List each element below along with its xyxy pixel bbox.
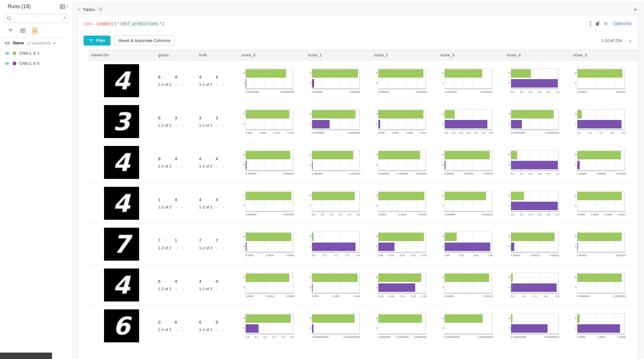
score-histogram[interactable]: 010.0000000.000030 — [238, 191, 305, 216]
row-prev-chevron-icon[interactable]: ‹ — [217, 328, 218, 332]
score-histogram[interactable]: 010.00000.00040.00080.0012 — [570, 191, 636, 216]
row-prev-chevron-icon[interactable]: ‹ — [217, 287, 218, 291]
row-prev-chevron-icon[interactable]: ‹ — [217, 124, 218, 127]
row-prev-chevron-icon[interactable]: ‹ — [217, 165, 218, 168]
row-next-chevron-icon[interactable]: › — [181, 287, 183, 291]
score-histogram[interactable]: 010.000000.000100.00020 — [504, 232, 570, 257]
row-prev-chevron-icon[interactable]: ‹ — [217, 246, 218, 250]
row-next-chevron-icon[interactable]: › — [181, 124, 183, 127]
score-histogram[interactable]: 010.00000.00100.0020 — [371, 191, 437, 216]
score-histogram[interactable]: 010.000000000.00000008 — [238, 68, 305, 93]
row-next-chevron-icon[interactable]: › — [222, 246, 224, 250]
mnist-digit-image[interactable]: 4 — [104, 64, 139, 97]
run-list-view-icon[interactable] — [19, 27, 27, 34]
sort-runs-icon[interactable]: ↓↑ — [32, 27, 38, 34]
score-histogram[interactable]: 010.000.020.040.06 — [437, 232, 504, 257]
column-header-score_2[interactable]: score_2 — [371, 53, 437, 57]
filter-button[interactable]: Filter — [84, 36, 110, 46]
score-histogram[interactable]: 010.00.10.20.30.40.50.6 — [437, 109, 504, 134]
score-histogram[interactable]: 010.00000.00040.0008 — [570, 313, 636, 339]
score-histogram[interactable]: 010.000000.000050.00010 — [437, 150, 504, 175]
score-histogram[interactable]: 010.00.10.20.30.4 — [305, 232, 371, 257]
score-histogram[interactable]: 010.000.050.100.150.20 — [371, 273, 437, 298]
row-prev-chevron-icon[interactable]: ‹ — [176, 246, 177, 250]
copy-icon[interactable] — [595, 21, 600, 26]
run-item[interactable]: CNN-2, E 1 — [0, 48, 73, 58]
row-prev-chevron-icon[interactable]: ‹ — [176, 124, 177, 127]
run-search-box[interactable]: .* — [4, 14, 69, 23]
score-histogram[interactable]: 010.000000.00012 — [570, 68, 636, 93]
run-item[interactable]: CNN-2, E 5 — [0, 58, 73, 69]
score-histogram[interactable]: 010.000000.00012 — [437, 273, 504, 298]
score-histogram[interactable]: 010.000.010.020.030.04 — [371, 232, 437, 257]
mnist-digit-image[interactable]: 7 — [104, 228, 139, 261]
score-histogram[interactable]: 010.00000000.0000025 — [570, 273, 636, 298]
column-header-score_3[interactable]: score_3 — [437, 53, 504, 57]
score-histogram[interactable]: 010.0000000.000030 — [305, 150, 371, 175]
row-prev-chevron-icon[interactable]: ‹ — [217, 205, 218, 209]
column-header-truth[interactable]: truth — [196, 53, 238, 57]
run-name-header[interactable]: Name (2 visualized) ▲ — [0, 38, 73, 48]
mnist-digit-image[interactable]: 4 — [104, 269, 139, 302]
score-histogram[interactable]: 010.0000000.000030 — [238, 150, 305, 175]
row-next-chevron-icon[interactable]: › — [222, 165, 224, 168]
row-next-chevron-icon[interactable]: › — [222, 205, 224, 209]
score-histogram[interactable]: 010.0000000000.000000020 — [437, 313, 504, 339]
row-prev-chevron-icon[interactable]: ‹ — [176, 165, 177, 168]
score-histogram[interactable]: 010.00.20.40.60.81.0 — [504, 150, 570, 175]
score-histogram[interactable]: 010.00000000.00000100.0000020 — [371, 313, 437, 339]
run-visibility-eye-icon[interactable] — [5, 62, 10, 65]
gear-icon[interactable] — [603, 21, 608, 26]
row-next-chevron-icon[interactable]: › — [222, 124, 224, 127]
score-histogram[interactable]: 010.0000000000.000000015 — [504, 313, 570, 339]
row-next-chevron-icon[interactable]: › — [181, 328, 183, 332]
row-next-chevron-icon[interactable]: › — [181, 205, 183, 209]
mnist-digit-image[interactable]: 4 — [104, 187, 139, 220]
score-histogram[interactable]: 010.0000.0020.004 — [305, 273, 371, 298]
runs-table-icon[interactable] — [60, 4, 65, 9]
score-histogram[interactable]: 010.00.20.40.60.81.0 — [504, 191, 570, 216]
row-prev-chevron-icon[interactable]: ‹ — [176, 287, 177, 291]
next-page-chevron-icon[interactable]: › — [629, 39, 631, 43]
row-prev-chevron-icon[interactable]: ‹ — [176, 205, 177, 209]
row-prev-chevron-icon[interactable]: ‹ — [176, 83, 177, 86]
score-histogram[interactable]: 010.00000.00040.0008 — [238, 273, 305, 298]
mnist-digit-image[interactable]: 6 — [104, 309, 139, 342]
row-next-chevron-icon[interactable]: › — [181, 165, 183, 168]
score-histogram[interactable]: 010.00000000.0000025 — [305, 109, 371, 134]
score-histogram[interactable]: 010.00.20.40.60.8 — [504, 273, 570, 298]
visibility-eye-icon[interactable] — [5, 41, 10, 45]
tables-collapse-chevron-icon[interactable] — [77, 8, 80, 11]
sort-caret-icon[interactable]: ▲ — [53, 41, 56, 44]
column-header-score_1[interactable]: score_1 — [305, 53, 371, 57]
score-histogram[interactable]: 010.000000.00025 — [570, 232, 636, 257]
row-next-chevron-icon[interactable]: › — [181, 83, 183, 86]
score-histogram[interactable]: 010.000000.000040.00008 — [570, 150, 636, 175]
reset-automate-columns-button[interactable]: Reset & Automate Columns — [114, 36, 175, 46]
mnist-digit-image[interactable]: 3 — [104, 105, 139, 138]
row-next-chevron-icon[interactable]: › — [181, 246, 183, 250]
column-header-score_4[interactable]: score_4 — [504, 53, 570, 57]
prev-page-chevron-icon[interactable]: ‹ — [624, 39, 626, 43]
score-histogram[interactable]: 010.0000.0040.0080.012 — [371, 109, 437, 134]
score-histogram[interactable]: 010.00000000.0000010 — [437, 68, 504, 93]
filter-runs-icon[interactable] — [7, 28, 14, 34]
run-search-input[interactable] — [13, 16, 61, 21]
row-prev-chevron-icon[interactable]: ‹ — [217, 83, 218, 86]
regex-toggle[interactable]: .* — [63, 16, 66, 21]
row-next-chevron-icon[interactable]: › — [222, 83, 224, 86]
text-cursor-icon[interactable] — [589, 21, 592, 26]
score-histogram[interactable]: 010.0000000.000025 — [371, 68, 437, 93]
score-histogram[interactable]: 010.00.10.20.30.40.5 — [305, 191, 371, 216]
score-histogram[interactable]: 010.00.10.20.30.4 — [570, 109, 636, 134]
weave-expression[interactable]: runs.summary["test_predictions"] — [84, 21, 164, 26]
run-visibility-eye-icon[interactable] — [5, 51, 10, 55]
score-histogram[interactable]: 010.000000000.00000010 — [504, 109, 570, 134]
row-prev-chevron-icon[interactable]: ‹ — [176, 328, 177, 332]
mnist-digit-image[interactable]: 4 — [104, 146, 139, 179]
sidebar-expand-chevron-icon[interactable] — [66, 5, 69, 8]
score-histogram[interactable]: 010.00.20.40.60.81.0 — [504, 68, 570, 93]
table-file-link[interactable]: Table-File — [612, 21, 633, 27]
column-header-score_5[interactable]: score_5 — [570, 53, 636, 57]
column-header-guess[interactable]: guess — [155, 53, 196, 57]
